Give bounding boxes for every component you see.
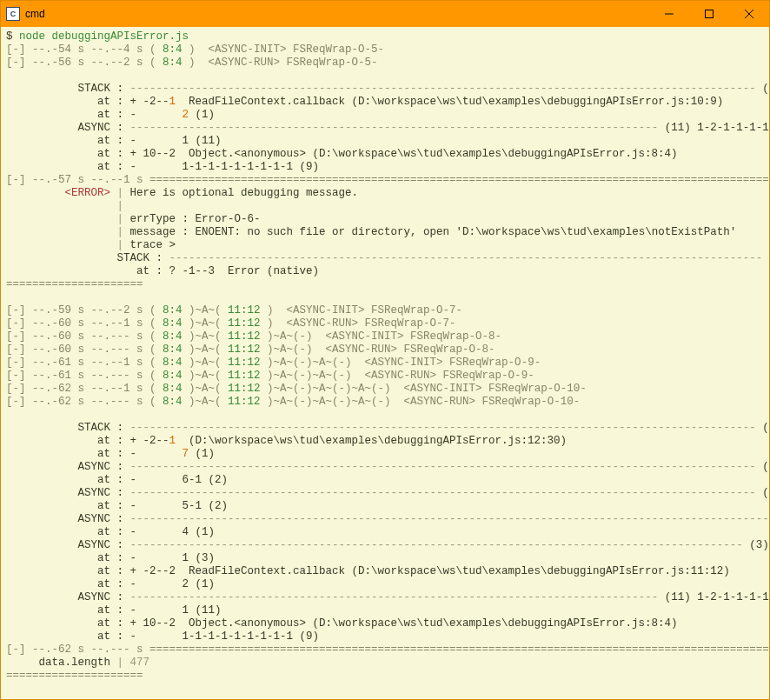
minimize-icon: [665, 10, 674, 18]
section-divider: =====================: [6, 278, 764, 291]
async-at: at : - 2 (1): [6, 578, 764, 591]
async-at: at : + 10--2 Object.<anonymous> (D:\work…: [6, 617, 764, 630]
log-line: [-] --.-60 s --.--- s ( 8:4 )~A~( 11:12 …: [6, 330, 764, 343]
log-line: [-] --.-59 s --.--2 s ( 8:4 )~A~( 11:12 …: [6, 304, 764, 317]
command-text: node debuggingAPIsError.js: [19, 30, 189, 43]
async-header: ASYNC : --------------------------------…: [6, 487, 764, 500]
terminal-output[interactable]: $ node debuggingAPIsError.js[-] --.-54 s…: [1, 27, 769, 699]
maximize-icon: [705, 10, 714, 18]
svg-rect-1: [706, 10, 714, 18]
error-line: | trace >: [6, 239, 764, 252]
stack-at: at : - 2 (1): [6, 109, 764, 122]
async-header: ASYNC : --------------------------------…: [6, 461, 764, 474]
async-at: at : - 6-1 (2): [6, 474, 764, 487]
prompt: $: [6, 30, 19, 43]
async-header: ASYNC : --------------------------------…: [6, 513, 764, 526]
maximize-button[interactable]: [689, 1, 729, 27]
log-line: [-] --.-54 s --.--4 s ( 8:4 ) <ASYNC-INI…: [6, 43, 764, 57]
log-line: [-] --.-56 s --.--2 s ( 8:4 ) <ASYNC-RUN…: [6, 57, 764, 70]
stack-at: at : + -2--1 ReadFileContext.callback (D…: [6, 96, 764, 109]
log-line: [-] --.-62 s --.--1 s ( 8:4 )~A~( 11:12 …: [6, 383, 764, 396]
section-divider: [-] --.-62 s --.--- s ==================…: [6, 643, 764, 657]
error-line: |: [6, 200, 764, 213]
async-at: at : + 10--2 Object.<anonymous> (D:\work…: [6, 148, 764, 161]
minimize-button[interactable]: [649, 1, 689, 27]
async-at: at : + -2--2 ReadFileContext.callback (D…: [6, 565, 764, 578]
async-at: at : - 1-1-1-1-1-1-1-1-1 (9): [6, 161, 764, 174]
close-button[interactable]: [729, 1, 769, 27]
async-at: at : - 1 (11): [6, 604, 764, 617]
error-line: | errType : Error-O-6-: [6, 213, 764, 226]
close-icon: [745, 10, 753, 18]
titlebar[interactable]: C cmd: [1, 1, 769, 27]
section-divider: [-] --.-57 s --.--1 s ==================…: [6, 174, 764, 187]
window-title: cmd: [25, 8, 45, 20]
log-line: [-] --.-61 s --.--1 s ( 8:4 )~A~( 11:12 …: [6, 357, 764, 370]
stack-header: STACK : --------------------------------…: [6, 83, 764, 96]
stack-header: STACK : --------------------------------…: [6, 422, 764, 435]
async-at: at : - 1-1-1-1-1-1-1-1-1 (9): [6, 630, 764, 643]
stack-at: at : + -2--1 (D:\workspace\ws\tud\exampl…: [6, 435, 764, 448]
async-at: at : - 1 (3): [6, 552, 764, 565]
async-at: at : - 4 (1): [6, 526, 764, 539]
app-icon: C: [6, 7, 20, 21]
command-line: $ node debuggingAPIsError.js: [6, 30, 764, 43]
cmd-window: C cmd $ node debuggingAPIsError.js[-] --…: [0, 0, 770, 700]
stack-header: STACK : --------------------------------…: [6, 252, 764, 265]
log-line: [-] --.-62 s --.--- s ( 8:4 )~A~( 11:12 …: [6, 396, 764, 409]
error-line: | message : ENOENT: no such file or dire…: [6, 226, 764, 239]
async-at: at : - 5-1 (2): [6, 500, 764, 513]
stack-at: at : ? -1--3 Error (native): [6, 265, 764, 278]
error-line: <ERROR> | Here is optional debugging mes…: [6, 187, 764, 200]
log-line: [-] --.-60 s --.--1 s ( 8:4 )~A~( 11:12 …: [6, 317, 764, 330]
section-divider: =====================: [6, 670, 764, 683]
async-header: ASYNC : --------------------------------…: [6, 591, 764, 604]
async-header: ASYNC : --------------------------------…: [6, 539, 764, 552]
async-at: at : - 1 (11): [6, 135, 764, 148]
log-line: [-] --.-61 s --.--- s ( 8:4 )~A~( 11:12 …: [6, 370, 764, 383]
data-length-line: data.length | 477: [6, 657, 764, 670]
log-line: [-] --.-60 s --.--- s ( 8:4 )~A~( 11:12 …: [6, 343, 764, 357]
async-header: ASYNC : --------------------------------…: [6, 122, 764, 135]
stack-at: at : - 7 (1): [6, 448, 764, 461]
